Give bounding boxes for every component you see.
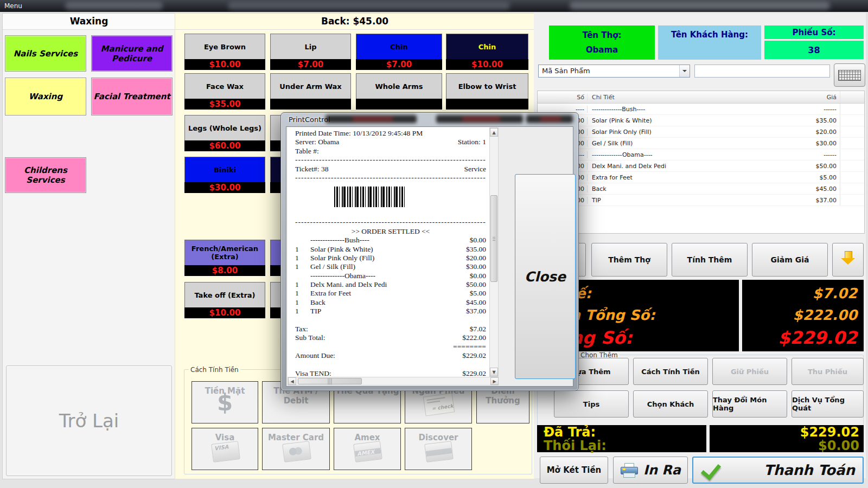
- service-button-french-american-extra-[interactable]: French/American (Extra)$8.00: [184, 240, 265, 276]
- receipt-line-right: $229.02: [462, 351, 486, 360]
- action-button-th-m-th-[interactable]: Thêm Thợ: [591, 243, 667, 277]
- receipt-line: Printed Date Time: 10/13/2012 9:45:48 PM: [295, 129, 486, 138]
- col-header-qty[interactable]: Số: [538, 94, 588, 101]
- receipt-item-line: 1Solar (Pink & White)$35.00: [295, 245, 486, 254]
- receipt-item-qty: 1: [295, 289, 310, 298]
- service-button-label: Legs (Whole Legs): [184, 115, 265, 140]
- print-preview-dialog[interactable]: PrintControl Printed Date Time: 10/13/20…: [280, 112, 579, 391]
- action-button-gi-m-gi-[interactable]: Giảm Giá: [752, 243, 828, 277]
- horizontal-scrollbar[interactable]: ◀ ▶: [288, 377, 499, 386]
- service-price: $60.00: [184, 140, 265, 151]
- technician-value: Obama: [586, 45, 618, 55]
- cell-gutter: [840, 149, 864, 160]
- table-row[interactable]: 1.00Back$45.00: [538, 183, 864, 195]
- service-button-chin[interactable]: Chin$7.00: [356, 34, 442, 70]
- receipt-item-qty: 1: [295, 280, 310, 289]
- receipt-line-left: Tax:: [295, 325, 470, 333]
- col-header-price[interactable]: Giá: [761, 94, 840, 101]
- col-header-detail[interactable]: Chi Tiết: [588, 94, 761, 101]
- cell-price: $20.00: [761, 129, 840, 136]
- category-button-facial-treatment[interactable]: Facial Treatment: [91, 78, 173, 115]
- payment-button-visa[interactable]: VisaVISA: [192, 428, 258, 470]
- payment-button-label: Visa: [192, 433, 258, 442]
- receipt-blank-line: [295, 361, 486, 369]
- receipt-item-line: --------------Bush----$0.00: [295, 236, 486, 245]
- extra-button-thu-phi-u: Thu Phiếu: [792, 358, 864, 385]
- category-button-nails-services[interactable]: Nails Services: [5, 35, 86, 72]
- cell-detail: TIP: [588, 197, 761, 204]
- service-price: $35.00: [184, 99, 265, 110]
- print-button[interactable]: In Ra: [613, 457, 688, 484]
- payment-button-master-card[interactable]: Master Card: [262, 428, 330, 470]
- scroll-down-button[interactable]: [832, 243, 864, 277]
- table-row[interactable]: 1.00Extra for Feet$5.00: [538, 172, 864, 183]
- table-row[interactable]: 1.00Solar (Pink & White)$35.00: [538, 115, 864, 126]
- category-button-manicure-and-pedicure[interactable]: Manicure and Pedicure: [91, 35, 173, 72]
- receipt-item-price: $37.00: [466, 307, 486, 316]
- service-button-face-wax[interactable]: Face Wax$35.00: [184, 73, 265, 110]
- extra-button-thay-i-m-n-h-ng[interactable]: Thay Đổi Món Hàng: [712, 390, 787, 418]
- extra-button-c-ch-t-nh-ti-n[interactable]: Cách Tính Tiền: [633, 358, 708, 385]
- product-code-input[interactable]: [694, 65, 830, 78]
- product-code-dropdown[interactable]: Mã Sản Phẩm: [538, 65, 690, 78]
- table-row[interactable]: ------------------Bush----------: [538, 104, 864, 115]
- category-button-waxing[interactable]: Waxing: [5, 78, 86, 115]
- dollar-icon: $: [192, 389, 258, 416]
- service-button-whole-arms[interactable]: Whole Arms: [356, 73, 442, 110]
- cell-detail: Solar (Pink & White): [588, 117, 761, 124]
- scroll-left-arrow[interactable]: ◀: [288, 377, 296, 385]
- receipt-separator: ----------------------------------------…: [295, 174, 486, 182]
- receipt-item-name: Delx Mani. and Delx Pedi: [310, 280, 466, 289]
- receipt-line: Ticket#: 38Service: [295, 165, 486, 174]
- horizontal-scroll-thumb[interactable]: [298, 378, 362, 384]
- table-row[interactable]: 1.00Solar Pink Only (Fill)$20.00: [538, 126, 864, 138]
- service-button-under-arm-wax[interactable]: Under Arm Wax: [270, 73, 351, 110]
- receipt-item-qty: 1: [295, 254, 310, 262]
- extra-button-ch-n-kh-ch[interactable]: Chọn Khách: [633, 390, 708, 418]
- scroll-up-arrow[interactable]: ▲: [490, 128, 498, 137]
- service-button-elbow-to-wrist[interactable]: Elbow to Wrist: [446, 73, 528, 110]
- table-row[interactable]: 1.00Gel / Silk (Fill)$30.00: [538, 138, 864, 149]
- back-button[interactable]: Trở Lại: [6, 365, 172, 476]
- printer-icon: [621, 463, 637, 477]
- service-button-chin[interactable]: Chin$10.00: [446, 34, 528, 70]
- cell-gutter: [840, 160, 864, 171]
- paid-value: $229.02: [710, 425, 864, 439]
- receipt-line-left: Table #:: [295, 147, 486, 156]
- table-row[interactable]: 1.00Delx Mani. and Delx Pedi$50.00: [538, 160, 864, 172]
- payment-button-ti-n-m-t[interactable]: Tiền Mặt$: [192, 381, 258, 423]
- close-button[interactable]: Close: [515, 174, 576, 379]
- payment-button-discover[interactable]: Discover: [405, 428, 472, 470]
- service-button-take-off-extra-[interactable]: Take off (Extra)$10.00: [184, 282, 265, 318]
- cell-gutter: [840, 104, 864, 114]
- titlebar-blur-decoration: [570, 2, 830, 10]
- category-button-childrens-services[interactable]: Childrens Services: [5, 157, 86, 193]
- scroll-down-arrow[interactable]: ▼: [490, 368, 498, 376]
- action-button-t-nh-th-m[interactable]: Tính Thêm: [672, 243, 748, 277]
- ticket-number-value-box: 38: [764, 41, 864, 59]
- service-button-label: Chin: [446, 34, 528, 59]
- service-button-legs-whole-legs-[interactable]: Legs (Whole Legs)$60.00: [184, 115, 265, 151]
- service-button-label: French/American (Extra): [184, 240, 265, 265]
- scroll-right-arrow[interactable]: ▶: [490, 377, 499, 385]
- receipt-line: Visa TEND:$229.02: [295, 369, 486, 377]
- payment-button-label: Amex: [334, 433, 400, 442]
- extra-button-d-ch-v-t-ng-qu-t[interactable]: Dịch Vụ Tổng Quát: [792, 390, 864, 418]
- payment-group-label: Cách Tính Tiền: [189, 367, 240, 373]
- payment-button-amex[interactable]: AmexAMEX: [334, 428, 401, 470]
- menu-label[interactable]: Menu: [4, 2, 22, 10]
- receipt-item-line: 1Delx Mani. and Delx Pedi$50.00: [295, 280, 486, 289]
- service-button-biniki[interactable]: Biniki$30.00: [184, 157, 265, 193]
- table-row[interactable]: 1.00TIP$37.00: [538, 195, 864, 206]
- cell-price: $37.00: [761, 197, 840, 204]
- extra-button-tips[interactable]: Tips: [554, 390, 629, 418]
- vertical-scrollbar[interactable]: ▲ ▼: [489, 127, 499, 377]
- table-row[interactable]: ------------------Obama----------: [538, 149, 864, 160]
- vertical-scroll-thumb[interactable]: [490, 195, 497, 282]
- keyboard-button[interactable]: [834, 63, 865, 87]
- pay-button[interactable]: Thanh Toán: [692, 457, 864, 484]
- open-drawer-button[interactable]: Mở Két Tiền: [540, 457, 608, 484]
- service-button-eye-brown[interactable]: Eye Brown$10.00: [184, 34, 265, 70]
- service-button-lip[interactable]: Lip$7.00: [270, 34, 351, 70]
- chevron-down-icon[interactable]: [679, 65, 690, 77]
